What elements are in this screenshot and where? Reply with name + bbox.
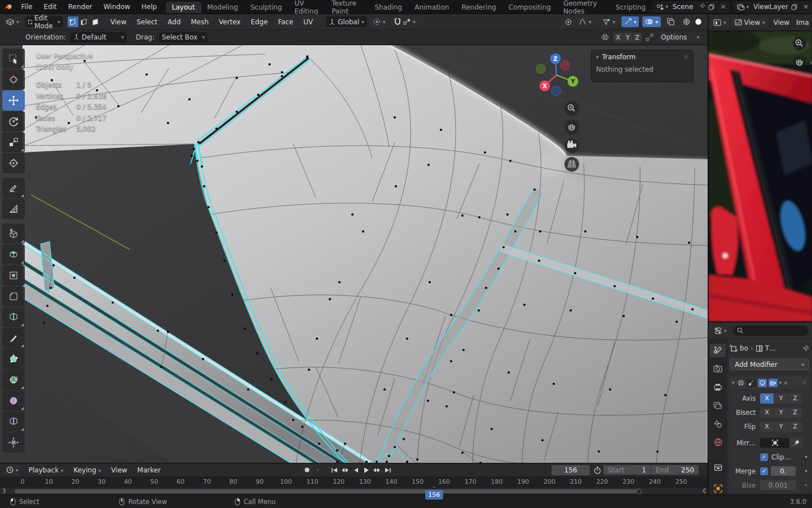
face-select-icon[interactable] xyxy=(90,16,101,27)
workspace-tab-modeling[interactable]: Modeling xyxy=(201,2,245,13)
menu-timeline-view[interactable]: View xyxy=(106,466,132,474)
scene-icon[interactable]: ▾ xyxy=(654,4,671,10)
tab-modifiers[interactable] xyxy=(710,344,726,357)
menu-playback[interactable]: Playback ▾ xyxy=(24,466,69,474)
start-frame-field[interactable]: Start1 xyxy=(603,465,651,475)
drag-select[interactable]: Select Box ▾ xyxy=(159,32,208,43)
copy-icon[interactable] xyxy=(788,4,800,10)
show-gizmo-toggle[interactable]: ▾ xyxy=(621,16,639,27)
panel-drag-grip[interactable]: ⠿ xyxy=(684,54,689,60)
menu-add[interactable]: Add xyxy=(162,18,186,26)
mode-selector[interactable]: Edit Mode ▾ xyxy=(25,16,63,27)
tool-knife[interactable] xyxy=(2,328,25,348)
properties-editor-type-button[interactable]: ▾ xyxy=(712,325,730,336)
workspace-tab-rendering[interactable]: Rendering xyxy=(455,2,502,13)
workspace-tab-sculpting[interactable]: Sculpting xyxy=(244,2,288,13)
jump-to-start-button[interactable] xyxy=(329,465,339,475)
merge-checkbox[interactable]: ✓ xyxy=(760,467,768,475)
image-menu-image[interactable]: Ima xyxy=(795,19,810,27)
clip-checkbox[interactable]: ✓ xyxy=(760,453,768,461)
pivot-point-dropdown[interactable]: ▾ xyxy=(370,16,389,27)
object-visibility-dropdown[interactable]: ▾ xyxy=(599,16,618,27)
tool-poly-build[interactable] xyxy=(2,349,25,369)
tool-extrude-region[interactable] xyxy=(2,244,25,265)
mirror-x-button[interactable]: X xyxy=(614,33,623,42)
workspace-tab-compositing[interactable]: Compositing xyxy=(502,2,557,13)
axis-x-button[interactable]: X xyxy=(760,393,774,404)
xray-toggle[interactable] xyxy=(664,16,677,27)
orthographic-toggle-button[interactable] xyxy=(564,157,579,172)
auto-keying-toggle[interactable] xyxy=(301,465,313,475)
shading-wireframe-icon[interactable] xyxy=(681,16,692,27)
current-frame-field[interactable]: 156 xyxy=(551,465,590,475)
scrollbar-handle-end[interactable] xyxy=(636,489,642,494)
viewlayer-selector[interactable]: ▾ ViewLayer ✕ xyxy=(734,2,812,12)
close-icon[interactable]: ✕ xyxy=(717,3,729,11)
menu-file[interactable]: File xyxy=(15,3,38,11)
breadcrumb-modifier[interactable]: T… xyxy=(765,344,776,352)
pin-icon[interactable] xyxy=(699,3,705,11)
modifier-render-toggle[interactable] xyxy=(769,379,778,387)
orientation-select[interactable]: Default ▾ xyxy=(70,32,127,43)
viewlayer-name[interactable]: ViewLayer xyxy=(752,3,788,11)
region-collapse-arrow[interactable]: ‹ xyxy=(810,59,812,67)
region-collapse-arrow[interactable]: ❮ xyxy=(702,488,707,493)
edge-select-icon[interactable] xyxy=(79,16,90,27)
menu-mesh[interactable]: Mesh xyxy=(186,18,214,26)
axis-z-button[interactable]: Z xyxy=(788,393,802,404)
image-zoom-button[interactable] xyxy=(793,37,806,50)
menu-marker[interactable]: Marker xyxy=(133,466,166,474)
mirror-modifier-header[interactable]: ▾ ▾ ✕ ⠿ xyxy=(730,376,809,389)
tool-measure[interactable] xyxy=(2,199,25,219)
snap-toggle[interactable]: ▾ xyxy=(391,16,418,27)
gizmo-axis-neg-x[interactable] xyxy=(561,61,570,71)
play-reverse-button[interactable] xyxy=(350,465,361,475)
animate-dot[interactable]: • xyxy=(804,467,808,475)
image-editor-type-button[interactable]: ▾ xyxy=(710,17,729,28)
workspace-tab-animation[interactable]: Animation xyxy=(408,2,455,13)
merge-threshold-field[interactable]: 0. xyxy=(771,466,796,476)
menu-select[interactable]: Select xyxy=(131,18,162,26)
mirror-z-button[interactable]: Z xyxy=(633,33,642,42)
tab-scene[interactable] xyxy=(710,418,726,431)
modifier-extras-chevron[interactable]: ▾ xyxy=(779,380,782,386)
jump-to-end-button[interactable] xyxy=(382,465,393,475)
axis-y-button[interactable]: Y xyxy=(774,393,788,404)
menu-vertex[interactable]: Vertex xyxy=(214,18,246,26)
flip-y-button[interactable]: Y xyxy=(774,422,788,432)
modifier-drag-grip[interactable]: ⠿ xyxy=(802,380,807,386)
proportional-falloff-dropdown[interactable]: ▾ xyxy=(576,16,594,27)
tool-rotate[interactable] xyxy=(2,111,25,132)
bisect-y-button[interactable]: Y xyxy=(774,408,788,418)
menu-edit[interactable]: Edit xyxy=(38,3,63,11)
timeline-ruler[interactable]: 0102030405060708090100110120130140150160… xyxy=(0,476,708,488)
menu-view[interactable]: View xyxy=(105,18,131,26)
scene-selector[interactable]: ▾ Scene ✕ xyxy=(653,2,729,12)
options-dropdown[interactable]: Options ▾ xyxy=(658,32,702,43)
tool-scale[interactable] xyxy=(2,132,25,152)
tool-spin[interactable] xyxy=(2,370,25,390)
camera-view-button[interactable] xyxy=(564,138,579,153)
close-icon[interactable]: ✕ xyxy=(800,3,811,11)
timeline-editor-type-button[interactable]: ▾ xyxy=(3,465,21,475)
transform-orientation-dropdown[interactable]: Global ▾ xyxy=(326,16,367,27)
tab-world[interactable] xyxy=(710,436,726,449)
flip-x-button[interactable]: X xyxy=(760,422,774,432)
tab-output[interactable] xyxy=(710,380,726,394)
proportional-editing-toggle[interactable] xyxy=(562,16,575,27)
bisect-z-button[interactable]: Z xyxy=(788,408,802,418)
modifier-close-icon[interactable]: ✕ xyxy=(783,380,788,386)
auto-keying-dropdown[interactable]: ▾ xyxy=(314,465,322,475)
prev-keyframe-button[interactable] xyxy=(339,465,350,475)
copy-icon[interactable] xyxy=(705,4,717,10)
workspace-tab-shading[interactable]: Shading xyxy=(368,2,408,13)
bisect-x-button[interactable]: X xyxy=(760,408,774,418)
modifier-editmode-toggle[interactable] xyxy=(747,379,756,387)
pan-hand-button[interactable] xyxy=(564,120,579,134)
workspace-tab-scripting[interactable]: Scripting xyxy=(610,2,652,13)
tool-shrink-fatten[interactable] xyxy=(2,432,25,453)
gizmo-axis-neg-z[interactable] xyxy=(551,86,561,96)
eyedropper-icon[interactable] xyxy=(789,438,803,448)
modifier-realtime-toggle[interactable] xyxy=(758,379,767,387)
shading-solid-icon[interactable] xyxy=(692,16,704,27)
